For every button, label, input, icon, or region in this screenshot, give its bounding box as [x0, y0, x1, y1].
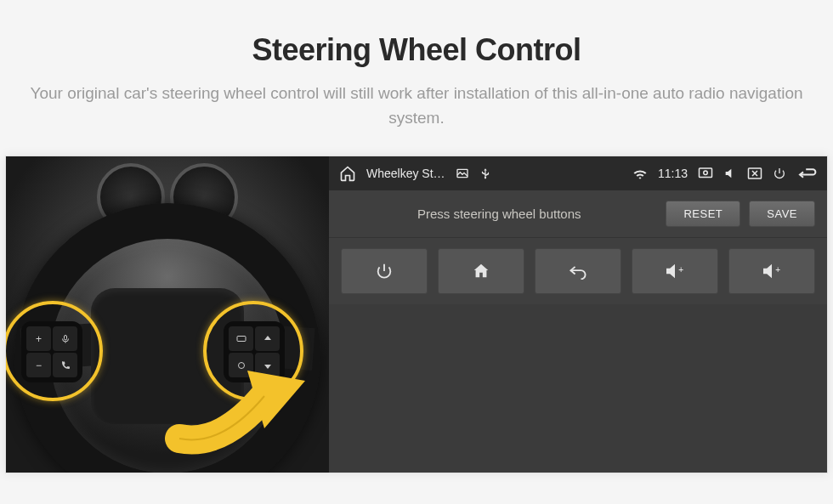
back-button[interactable]: [535, 248, 621, 294]
picture-icon: [456, 167, 469, 180]
svg-rect-1: [237, 336, 246, 341]
back-nav-icon[interactable]: [796, 167, 817, 180]
clock-time: 11:13: [658, 167, 688, 180]
power-button[interactable]: [341, 248, 428, 294]
svg-rect-4: [700, 168, 712, 178]
close-app-icon[interactable]: [747, 167, 762, 180]
content-row: + −: [5, 156, 828, 473]
arrow-icon: [162, 345, 307, 456]
wheel-button-voice-icon: [53, 326, 77, 351]
svg-point-5: [704, 171, 708, 175]
home-icon[interactable]: [339, 165, 356, 182]
mapping-area: [329, 304, 827, 473]
reset-button[interactable]: RESET: [666, 201, 740, 227]
app-title: Wheelkey St…: [366, 167, 445, 180]
wheel-button: −: [26, 353, 51, 377]
mapping-button-row: + +: [329, 238, 827, 304]
headunit-screen: Wheelkey St… 11:13: [329, 156, 827, 473]
instruction-row: Press steering wheel buttons RESET SAVE: [329, 190, 827, 238]
status-bar: Wheelkey St… 11:13: [329, 156, 827, 190]
volume-icon[interactable]: [723, 167, 737, 180]
page-subtitle: Your original car's steering wheel contr…: [0, 82, 833, 130]
power-icon[interactable]: [773, 167, 786, 180]
screenshot-icon[interactable]: [698, 167, 713, 180]
svg-text:+: +: [775, 265, 780, 275]
vol-up-button-2[interactable]: +: [728, 248, 815, 294]
usb-icon: [479, 167, 491, 180]
instruction-text: Press steering wheel buttons: [341, 207, 657, 221]
wheel-button-pad-left: + −: [21, 321, 82, 382]
wheel-button-phone-icon: [53, 353, 77, 377]
save-button[interactable]: SAVE: [749, 201, 815, 227]
steering-wheel-photo: + −: [6, 156, 329, 473]
svg-rect-0: [64, 335, 66, 340]
vol-up-button-1[interactable]: +: [632, 248, 718, 294]
wheel-button: +: [26, 326, 51, 351]
page-title: Steering Wheel Control: [0, 32, 833, 68]
wifi-icon: [632, 167, 648, 179]
home-button[interactable]: [438, 248, 524, 294]
svg-text:+: +: [678, 265, 683, 275]
